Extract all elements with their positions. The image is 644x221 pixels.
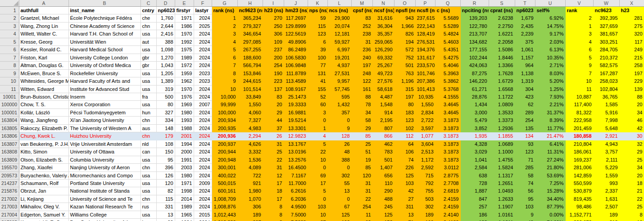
cell-C217005[interactable]: isr <box>141 219 156 221</box>
cell-V100000[interactable]: 117,400 <box>565 101 593 108</box>
cell-H10001[interactable]: 33,849 <box>237 93 263 100</box>
cell-W217003[interactable]: 2,507 <box>593 203 619 211</box>
cell-K163806[interactable]: 4 <box>308 132 327 140</box>
cell-H217004[interactable]: 189 <box>237 211 263 218</box>
cell-X163808[interactable]: 29 <box>619 148 644 156</box>
cell-M11[interactable]: 161 <box>351 85 372 93</box>
cell-R3[interactable]: 122,780 <box>460 22 489 30</box>
cell-N163806[interactable]: 866 <box>372 132 394 140</box>
cell-F215876[interactable]: 2024 <box>194 187 212 195</box>
cell-P163808[interactable]: 2,513 <box>415 148 435 156</box>
column-header-B[interactable]: B <box>68 0 141 7</box>
cell-T8[interactable]: 964 <box>515 62 535 69</box>
cell-G215876[interactable]: 600,161 <box>212 187 237 195</box>
cell-Q3[interactable]: 5.5289 <box>435 22 460 30</box>
cell-G9[interactable]: 8 <box>212 69 237 77</box>
cell-S163809[interactable]: 1.4755 <box>489 156 515 163</box>
cell-U214237[interactable]: 7.25% <box>535 179 565 187</box>
cell-R11[interactable]: 61,271 <box>460 85 489 93</box>
cell-N209573[interactable]: 656 <box>372 171 394 179</box>
cell-W163809[interactable]: 2,111 <box>593 156 619 163</box>
cell-G6[interactable]: 5 <box>212 46 237 54</box>
cell-L217003[interactable]: 67 <box>327 203 351 211</box>
cell-W214237[interactable]: 993 <box>593 179 619 187</box>
cell-P10001[interactable]: 10,935 <box>415 93 435 100</box>
cell-X214237[interactable]: 18 <box>619 179 644 187</box>
cell-G10001[interactable]: 10,000 <box>212 93 237 100</box>
field-header-J1[interactable]: hm23 (ns) <box>284 7 308 14</box>
row-header-11[interactable]: 11 <box>0 85 19 93</box>
cell-I217002[interactable]: 17 <box>263 195 284 203</box>
cell-R100000[interactable]: 1,434 <box>460 101 489 108</box>
row-header-100001[interactable]: 100001 <box>0 108 19 116</box>
cell-I10[interactable]: 223 <box>263 77 284 85</box>
cell-W9[interactable]: 167,287 <box>593 69 619 77</box>
cell-J209573[interactable]: 7.1167 <box>284 171 308 179</box>
cell-Q217004[interactable]: 2.4140 <box>435 211 460 218</box>
cell-W10001[interactable]: 36,765 <box>593 93 619 100</box>
cell-S215876[interactable]: 1.0493 <box>489 187 515 195</box>
cell-K217003[interactable]: 103 <box>308 203 327 211</box>
cell-K100000[interactable]: 60 <box>308 101 327 108</box>
cell-S4[interactable]: 1.6221 <box>489 30 515 38</box>
cell-P215876[interactable]: 755 <box>415 187 435 195</box>
cell-U10001[interactable]: 7.93% <box>535 93 565 100</box>
cell-W100000[interactable]: 1,585 <box>593 101 619 108</box>
cell-D2[interactable]: 1,760 <box>156 14 175 22</box>
column-header-J[interactable]: J <box>284 0 308 7</box>
cell-K9[interactable]: 131 <box>308 69 327 77</box>
cell-E217003[interactable]: 1989 <box>175 203 194 211</box>
cell-E100000[interactable]: 1969 <box>175 101 194 108</box>
field-header-F1[interactable]: lastyr <box>194 7 212 14</box>
cell-W209573[interactable]: 1,559 <box>593 171 619 179</box>
cell-M163805[interactable]: 29 <box>351 124 372 132</box>
cell-X4[interactable]: 320 <box>619 30 644 38</box>
cell-B9[interactable]: Rockefeller University <box>68 69 141 77</box>
cell-F217005[interactable]: 2024 <box>194 219 212 221</box>
column-header-R[interactable]: R <box>460 0 489 7</box>
cell-A100000[interactable]: Chow, T. S. <box>19 101 68 108</box>
cell-E163807[interactable]: 1994 <box>175 140 194 148</box>
cell-M215876[interactable]: 31 <box>351 187 372 195</box>
cell-U163809[interactable]: 27.24% <box>535 156 565 163</box>
cell-H2[interactable]: 365,234 <box>237 14 263 22</box>
cell-E4[interactable]: 1970 <box>175 30 194 38</box>
cell-F163804[interactable]: 2024 <box>194 117 212 124</box>
cell-H9[interactable]: 153,846 <box>237 69 263 77</box>
cell-U217003[interactable]: 87.79% <box>535 203 565 211</box>
row-header-8[interactable]: 8 <box>0 62 19 69</box>
cell-R163807[interactable]: 4,328 <box>460 140 489 148</box>
cell-A8[interactable]: Altman, Douglas G. <box>19 62 68 69</box>
row-header-163806[interactable]: 163806 <box>0 132 19 140</box>
cell-E163804[interactable]: 1993 <box>175 117 194 124</box>
cell-V214237[interactable]: 550,599 <box>565 179 593 187</box>
cell-N6[interactable]: 126,290 <box>372 46 394 54</box>
row-header-10001[interactable]: 10001 <box>0 93 19 100</box>
cell-K6[interactable]: 39 <box>308 46 327 54</box>
cell-D195570[interactable]: 396 <box>156 164 175 171</box>
cell-H3[interactable]: 279,327 <box>237 22 263 30</box>
cell-J163808[interactable]: 13.0196 <box>284 148 308 156</box>
row-header-100000[interactable]: 100000 <box>0 101 19 108</box>
row-header-7[interactable]: 7 <box>0 54 19 61</box>
cell-C5[interactable]: aut <box>141 38 156 45</box>
cell-I100000[interactable]: 20 <box>263 101 284 108</box>
cell-V7[interactable]: 5 <box>565 54 593 61</box>
cell-W3[interactable]: 327,659 <box>593 22 619 30</box>
cell-X2[interactable]: 281 <box>619 14 644 22</box>
cell-D6[interactable]: 1,098 <box>156 46 175 54</box>
cell-K8[interactable]: 77 <box>308 62 327 69</box>
cell-F11[interactable]: 2024 <box>194 85 212 93</box>
cell-D163805[interactable]: 148 <box>156 124 175 132</box>
cell-B217004[interactable]: Williams College <box>68 211 141 218</box>
cell-V215876[interactable]: 530,879 <box>565 187 593 195</box>
cell-R217003[interactable]: 257 <box>460 203 489 211</box>
cell-P8[interactable]: 233,570 <box>415 62 435 69</box>
cell-X217005[interactable]: 18 <box>619 219 644 221</box>
cell-D4[interactable]: 2,416 <box>156 30 175 38</box>
cell-M217003[interactable]: 254 <box>351 203 372 211</box>
cell-A217004[interactable]: Edgerton, Samuel Y. <box>19 211 68 218</box>
column-header-T[interactable]: T <box>515 0 535 7</box>
cell-A100001[interactable]: Kollár, László <box>19 108 68 116</box>
column-header-P[interactable]: P <box>415 0 435 7</box>
